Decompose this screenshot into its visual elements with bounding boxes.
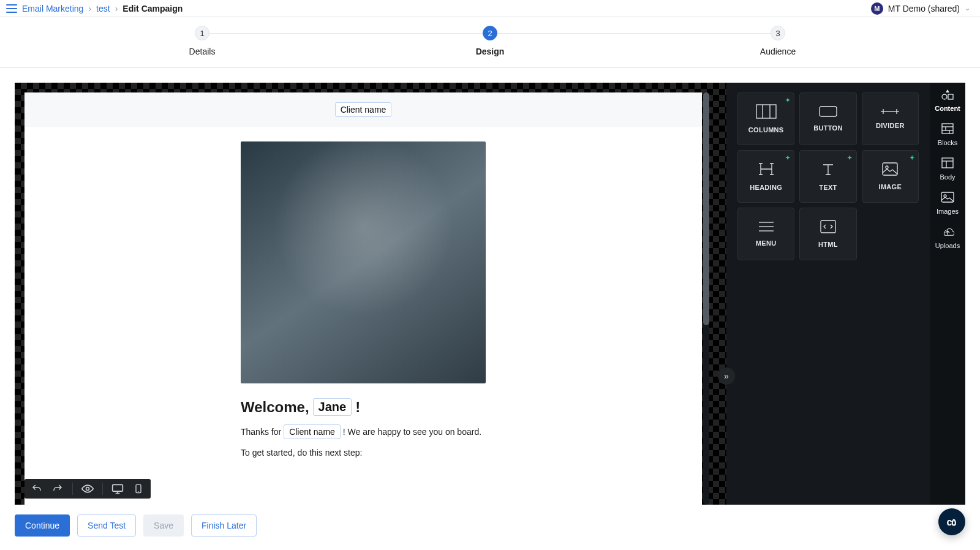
save-button: Save xyxy=(143,514,184,537)
block-label: DIVIDER xyxy=(876,122,905,129)
tab-body[interactable]: Body xyxy=(940,157,955,181)
content-icon xyxy=(941,89,954,101)
undo-icon[interactable] xyxy=(31,483,43,495)
blocks-grid: ✦COLUMNSBUTTONDIVIDER✦HEADING✦TEXT✦IMAGE… xyxy=(726,83,930,505)
continue-button[interactable]: Continue xyxy=(15,514,70,537)
editor-canvas-frame: Client name Welcome, Jane ! Thanks for C… xyxy=(15,83,726,505)
send-test-button[interactable]: Send Test xyxy=(77,514,136,537)
text-span: Thanks for xyxy=(241,427,281,437)
block-label: TEXT xyxy=(819,184,837,191)
step-number: 3 xyxy=(771,26,785,40)
tab-content[interactable]: Content xyxy=(935,89,960,112)
svg-rect-18 xyxy=(948,94,953,99)
text-icon xyxy=(821,162,835,178)
chevron-right-icon: › xyxy=(88,4,91,13)
block-label: MENU xyxy=(756,239,777,247)
ai-sparkle-icon: ✦ xyxy=(785,97,790,104)
tab-label: Images xyxy=(937,208,959,215)
panel-tabs: ContentBlocksBodyImagesUploads xyxy=(930,83,965,505)
menu-icon xyxy=(759,221,774,233)
collapse-panel-icon[interactable]: » xyxy=(718,367,735,385)
step-design[interactable]: 2Design xyxy=(472,26,508,56)
tab-blocks[interactable]: Blocks xyxy=(938,123,957,146)
canvas-scrollbar[interactable] xyxy=(703,92,709,505)
step-label: Design xyxy=(476,47,505,56)
button-icon xyxy=(819,106,837,118)
step-number: 2 xyxy=(483,26,497,40)
email-canvas[interactable]: Client name Welcome, Jane ! Thanks for C… xyxy=(24,92,702,505)
block-menu[interactable]: MENU xyxy=(737,208,794,260)
svg-rect-4 xyxy=(756,105,776,118)
block-image[interactable]: ✦IMAGE xyxy=(862,150,919,203)
merge-tag-first-name[interactable]: Jane xyxy=(313,398,352,416)
image-icon xyxy=(882,162,898,177)
text-span: To get started, do this next step: xyxy=(241,448,362,458)
editor-area: Client name Welcome, Jane ! Thanks for C… xyxy=(0,68,980,505)
block-columns[interactable]: ✦COLUMNS xyxy=(737,92,794,145)
email-heading-prefix: Welcome, xyxy=(241,399,309,416)
svg-point-0 xyxy=(86,488,89,491)
ai-sparkle-icon: ✦ xyxy=(847,154,852,161)
breadcrumb-root[interactable]: Email Marketing xyxy=(22,4,83,13)
block-text[interactable]: ✦TEXT xyxy=(799,150,856,203)
svg-rect-11 xyxy=(883,163,897,175)
block-label: BUTTON xyxy=(813,124,842,132)
block-html[interactable]: HTML xyxy=(799,208,856,260)
svg-rect-16 xyxy=(821,220,835,233)
columns-icon xyxy=(756,104,777,120)
email-heading[interactable]: Welcome, Jane ! xyxy=(241,398,486,416)
svg-rect-24 xyxy=(942,158,953,168)
tab-images[interactable]: Images xyxy=(937,192,959,215)
email-body-block[interactable]: Welcome, Jane ! Thanks for Client name !… xyxy=(241,141,486,458)
block-label: HEADING xyxy=(750,184,782,191)
mobile-view-icon[interactable] xyxy=(132,483,145,495)
menu-icon[interactable] xyxy=(6,4,17,13)
block-label: IMAGE xyxy=(879,183,902,190)
stepper: 1Details2Design3Audience xyxy=(0,17,980,68)
step-details[interactable]: 1Details xyxy=(184,26,221,56)
account-menu[interactable]: M MT Demo (shared) ⌄ xyxy=(871,2,970,15)
tab-label: Content xyxy=(935,105,960,112)
finish-later-button[interactable]: Finish Later xyxy=(191,514,257,537)
account-name: MT Demo (shared) xyxy=(888,4,960,13)
body-icon xyxy=(941,157,954,170)
text-span: ! We are happy to see you on board. xyxy=(343,427,481,437)
tab-label: Body xyxy=(940,173,955,181)
toolbar-separator xyxy=(72,483,73,495)
email-paragraph-1[interactable]: Thanks for Client name ! We are happy to… xyxy=(241,424,486,439)
canvas-toolbar xyxy=(24,479,151,499)
step-label: Audience xyxy=(760,47,796,56)
help-fab[interactable]: c٥ xyxy=(938,508,965,535)
tab-label: Uploads xyxy=(935,242,960,249)
desktop-view-icon[interactable] xyxy=(111,483,124,495)
scrollbar-thumb[interactable] xyxy=(703,92,709,325)
svg-rect-27 xyxy=(941,192,954,202)
action-bar: Continue Send Test Save Finish Later xyxy=(0,505,980,550)
ai-sparkle-icon: ✦ xyxy=(910,154,914,161)
svg-point-3 xyxy=(138,491,138,492)
svg-point-17 xyxy=(942,94,947,99)
tab-label: Blocks xyxy=(938,139,957,146)
block-heading[interactable]: ✦HEADING xyxy=(737,150,794,203)
side-panel: » ✦COLUMNSBUTTONDIVIDER✦HEADING✦TEXT✦IMA… xyxy=(726,83,965,505)
avatar: M xyxy=(871,2,883,15)
tab-uploads[interactable]: Uploads xyxy=(935,226,960,249)
email-image-placeholder[interactable] xyxy=(241,141,486,383)
merge-tag-client-name[interactable]: Client name xyxy=(335,102,392,117)
email-paragraph-2[interactable]: To get started, do this next step: xyxy=(241,448,486,458)
merge-tag-client-name[interactable]: Client name xyxy=(284,424,341,439)
email-header-block[interactable]: Client name xyxy=(24,92,702,127)
breadcrumb-current: Edit Campaign xyxy=(123,4,183,13)
block-divider[interactable]: DIVIDER xyxy=(862,92,919,145)
redo-icon[interactable] xyxy=(51,483,64,495)
breadcrumb-campaign[interactable]: test xyxy=(96,4,110,13)
chevron-right-icon: › xyxy=(115,4,118,13)
block-label: HTML xyxy=(818,241,838,248)
svg-rect-19 xyxy=(942,124,953,134)
preview-icon[interactable] xyxy=(81,483,94,495)
svg-rect-7 xyxy=(820,107,837,116)
block-button[interactable]: BUTTON xyxy=(799,92,856,145)
html-icon xyxy=(820,220,836,235)
step-audience[interactable]: 3Audience xyxy=(760,26,796,56)
heading-icon xyxy=(758,162,774,178)
